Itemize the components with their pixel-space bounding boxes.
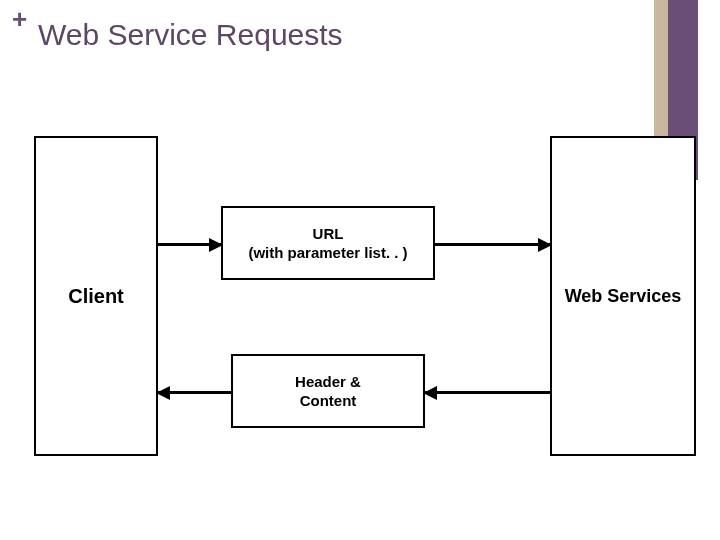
url-line2: (with parameter list. . ) [248,243,407,263]
resp-line2: Content [295,391,361,411]
url-line1: URL [248,224,407,244]
resp-line1: Header & [295,372,361,392]
url-box: URL (with parameter list. . ) [221,206,435,280]
arrow-response-to-client [158,391,231,394]
arrowhead-icon [423,386,437,400]
arrow-url-to-services [435,243,550,246]
web-services-box: Web Services [550,136,696,456]
page-title: Web Service Requests [38,18,343,52]
arrowhead-icon [156,386,170,400]
arrowhead-icon [209,238,223,252]
arrow-services-to-response [425,391,550,394]
plus-icon: + [12,6,27,32]
arrowhead-icon [538,238,552,252]
client-box: Client [34,136,158,456]
response-box: Header & Content [231,354,425,428]
client-label: Client [68,285,124,308]
web-services-label: Web Services [565,286,682,307]
arrow-client-to-url [158,243,221,246]
